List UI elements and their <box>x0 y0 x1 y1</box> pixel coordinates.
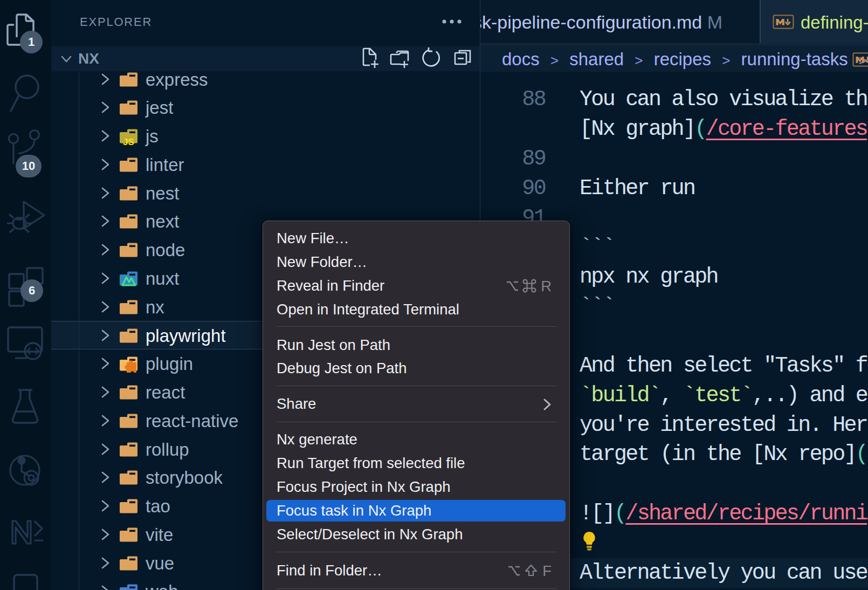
svg-text:JS: JS <box>123 137 134 146</box>
